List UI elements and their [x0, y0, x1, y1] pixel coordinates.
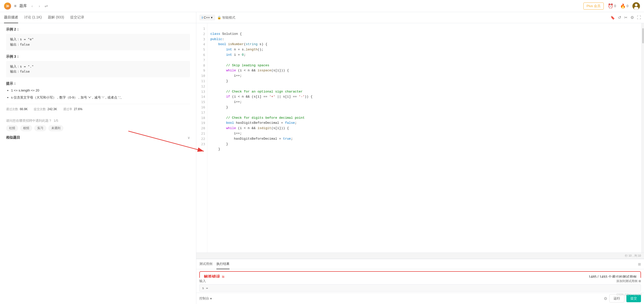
plus-member-button[interactable]: Plus 会员: [583, 3, 604, 10]
input-field-row: s =: [196, 284, 644, 293]
editor-header-right: 🔖 ↺ ✂ ⚙ ⛶: [611, 15, 641, 20]
hint-section: 提示： 1 <= s.length <= 20 s 仅含英文字母（大写和小写），…: [6, 81, 190, 100]
example2-output: 输出：false: [10, 42, 186, 47]
shuffle-button[interactable]: ⇌: [45, 4, 48, 8]
watermark: CSDN @数学习的强哥: [617, 293, 642, 296]
lang-name: C++: [204, 16, 210, 19]
console-button[interactable]: 控制台 ▾: [199, 296, 212, 301]
navbar-left: ≡ 题库 ‹ › ⇌: [4, 3, 48, 10]
logo[interactable]: [4, 3, 11, 10]
add-case-icon: ⊞: [638, 279, 641, 283]
tag-xiaozao[interactable]: 校招: [20, 125, 32, 131]
hint-list: 1 <= s.length <= 20 s 仅含英文字母（大写和小写），数字（0…: [6, 88, 190, 100]
editor-header: i C++ ▾ 🔒 智能模式 🔖 ↺ ✂ ⚙ ⛶: [196, 12, 644, 23]
action-settings-icon[interactable]: ⚙: [604, 296, 607, 301]
undo-icon[interactable]: ↺: [618, 15, 621, 20]
example2-title: 示例 2：: [6, 27, 190, 32]
input-section: 输入 添加到测试用例 ⊞: [196, 278, 644, 284]
error-banner: 解答错误 ≈ 1485 / 1493 个通过的测试用例: [199, 271, 641, 278]
editor-scrollbar[interactable]: [641, 23, 644, 253]
error-stats: 1485 / 1493 个通过的测试用例: [589, 275, 636, 278]
example3-input: 输入：s = ".": [10, 64, 186, 69]
tag-row: 社招 校招 实习 未遇到: [6, 125, 190, 131]
fire-icon-area: 🔥 0: [620, 3, 628, 9]
tab-execution-result[interactable]: 执行结果: [216, 259, 230, 269]
tab-description[interactable]: 题目描述: [4, 12, 18, 23]
hint-title: 提示：: [6, 81, 190, 86]
error-label: 解答错误: [204, 274, 220, 278]
line-numbers: 1234567891011121314151617181920212223: [196, 23, 207, 253]
nav-title: 题库: [19, 4, 27, 8]
list-icon[interactable]: ≡: [14, 4, 16, 8]
editor-header-left: i C++ ▾ 🔒 智能模式: [199, 15, 235, 20]
next-button[interactable]: ›: [37, 3, 42, 9]
error-title-group: 解答错误 ≈: [204, 274, 224, 278]
example2-input: 输入：s = "e": [10, 37, 186, 42]
avatar[interactable]: [632, 2, 640, 10]
cursor-position: 行 10，列 10: [625, 254, 641, 258]
tag-shezao[interactable]: 社招: [6, 125, 18, 131]
tab-discuss[interactable]: 讨论 (1.1K): [24, 12, 42, 23]
tab-submissions[interactable]: 提交记录: [70, 12, 84, 23]
tab-test-cases[interactable]: 测试用例: [199, 259, 212, 269]
lang-dropdown-arrow: ▾: [211, 16, 213, 19]
editor-scroll-thumb: [642, 28, 644, 43]
editor-area: 1234567891011121314151617181920212223 cl…: [196, 23, 644, 253]
stat-rate: 通过率 27.6%: [63, 107, 83, 111]
tag-weiyudao[interactable]: 未遇到: [48, 125, 63, 131]
survey-title: 请问您在哪类招聘中遇到此题？ 1/5: [6, 118, 190, 123]
input-label: 输入: [199, 279, 206, 283]
navbar: ≡ 题库 ‹ › ⇌ Plus 会员 ⏰ 0 🔥 0: [0, 0, 644, 12]
bottom-tabs: 测试用例 执行结果 ⊞: [196, 259, 644, 269]
example3-title: 示例 3：: [6, 54, 190, 59]
settings-icon[interactable]: ⚙: [630, 15, 634, 20]
survey-section: 请问您在哪类招聘中遇到此题？ 1/5 社招 校招 实习 未遇到: [6, 118, 190, 131]
action-bar: 控制台 ▾ ⚙ 运行 提交: [196, 293, 644, 304]
left-content: 示例 2： 输入：s = "e" 输出：false 示例 3： 输入：s = "…: [0, 23, 196, 304]
similar-section: 相似题目 ∨: [6, 135, 190, 140]
status-bar: 行 10，列 10: [196, 253, 644, 259]
fullscreen-icon[interactable]: ⛶: [637, 15, 641, 20]
tab-solution[interactable]: 题解 (933): [48, 12, 64, 23]
timer-icon: ⏰: [608, 3, 613, 9]
navbar-right: Plus 会员 ⏰ 0 🔥 0: [583, 2, 640, 10]
example3-output: 输出：false: [10, 69, 186, 74]
stat-submit: 提交次数 242.3K: [34, 107, 57, 111]
mode-label: 智能模式: [222, 15, 235, 20]
hint-item-1: 1 <= s.length <= 20: [11, 88, 190, 93]
tag-shixi[interactable]: 实习: [34, 125, 46, 131]
lang-icon: i: [202, 16, 203, 19]
test-input-field[interactable]: s =: [199, 284, 641, 292]
bottom-panel-expand-icon[interactable]: ⊞: [638, 262, 641, 266]
right-panel: i C++ ▾ 🔒 智能模式 🔖 ↺ ✂ ⚙ ⛶ 12345678910111: [196, 12, 644, 304]
prev-button[interactable]: ‹: [30, 3, 34, 9]
collapse-icon[interactable]: ∨: [187, 136, 190, 140]
bookmark-icon[interactable]: 🔖: [611, 16, 615, 20]
console-arrow: ▾: [210, 297, 212, 300]
language-selector[interactable]: i C++ ▾: [199, 15, 215, 20]
left-panel: 题目描述 讨论 (1.1K) 题解 (933) 提交记录 示例 2： 输入：s …: [0, 12, 196, 304]
similar-title: 相似题目: [6, 135, 20, 140]
code-editor[interactable]: class Solution { public: bool isNumber(s…: [207, 23, 641, 253]
tab-bar: 题目描述 讨论 (1.1K) 题解 (933) 提交记录: [0, 12, 196, 23]
scissors-icon[interactable]: ✂: [624, 15, 627, 20]
stats-bar: 通过次数 66.9K 提交次数 242.3K 通过率 27.6%: [6, 104, 190, 114]
timer-value: 0: [614, 4, 616, 8]
add-test-case-action[interactable]: 添加到测试用例 ⊞: [616, 279, 641, 283]
hint-item-2: s 仅含英文字母（大写和小写），数字（0-9），加号 '+'，减号 '-'，或者…: [11, 95, 190, 100]
smart-mode: 🔒 智能模式: [217, 15, 235, 20]
error-icon: ≈: [222, 274, 224, 278]
bottom-panel: 测试用例 执行结果 ⊞ 解答错误 ≈ 1485 / 1493 个通过的测试用例: [196, 259, 644, 304]
lock-icon: 🔒: [217, 16, 221, 19]
fire-icon: 🔥: [620, 3, 626, 9]
stat-pass: 通过次数 66.9K: [6, 107, 28, 111]
bottom-tab-group: 测试用例 执行结果: [199, 259, 230, 269]
timer: ⏰ 0: [608, 3, 616, 9]
example2-block: 输入：s = "e" 输出：false: [6, 34, 190, 50]
fire-count: 0: [627, 4, 628, 8]
main-container: 题目描述 讨论 (1.1K) 题解 (933) 提交记录 示例 2： 输入：s …: [0, 12, 644, 304]
example3-block: 输入：s = "." 输出：false: [6, 61, 190, 78]
result-area: 解答错误 ≈ 1485 / 1493 个通过的测试用例: [196, 269, 644, 278]
